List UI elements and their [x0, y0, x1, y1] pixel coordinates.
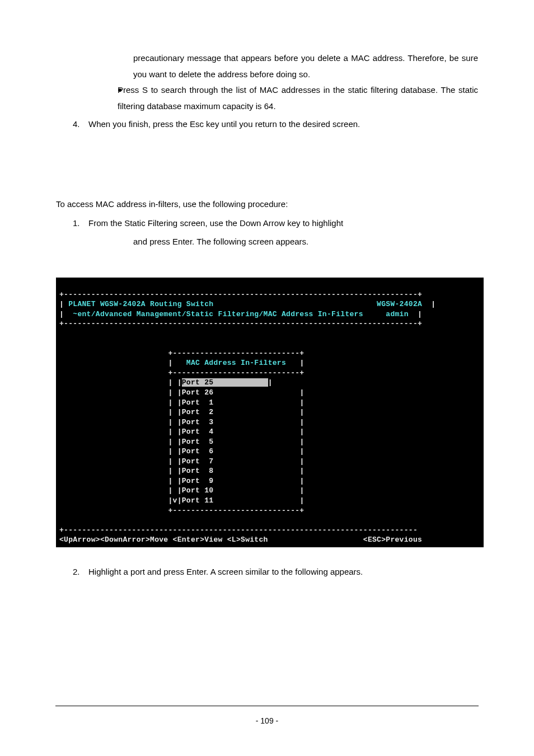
step-text: When you finish, press the Esc key until… — [88, 116, 478, 133]
terminal-box-title: MAC Address In-Filters — [186, 359, 286, 367]
bullet-icon: ● — [95, 82, 118, 114]
terminal-help-right: <ESC>Previous — [363, 536, 422, 544]
access-paragraph: To access MAC address in-filters, use th… — [56, 196, 478, 213]
terminal-row: Port 4 — [182, 428, 214, 436]
step-text: Highlight a port and press Enter. A scre… — [88, 564, 478, 580]
bullet-text: Press S to search through the list of MA… — [118, 82, 478, 114]
terminal-model: WGSW-2402A — [377, 300, 422, 308]
terminal-breadcrumb: ~ent/Advanced Management/Static Filterin… — [68, 310, 363, 318]
numbered-step-2: 2. Highlight a port and press Enter. A s… — [56, 564, 478, 580]
step-number: 4. — [73, 116, 88, 133]
paragraph-continue: precautionary message that appears befor… — [133, 50, 478, 82]
terminal-row: Port 5 — [182, 438, 214, 446]
terminal-row: Port 8 — [182, 467, 214, 475]
terminal-row: Port 9 — [182, 477, 214, 485]
page: precautionary message that appears befor… — [0, 0, 534, 756]
step-number: 1. — [73, 215, 88, 232]
terminal-screenshot: +---------------------------------------… — [56, 278, 484, 547]
terminal-row: Port 26 — [182, 388, 214, 397]
step-number: 2. — [73, 564, 88, 580]
terminal-row-selected: Port 25 — [182, 378, 214, 387]
numbered-step-1: 1. From the Static Filtering screen, use… — [56, 215, 478, 250]
terminal-row: Port 7 — [182, 457, 214, 466]
terminal-title: PLANET WGSW-2402A Routing Switch — [68, 300, 213, 308]
step-text: From the Static Filtering screen, use th… — [88, 215, 478, 232]
terminal-row: Port 1 — [182, 398, 214, 407]
terminal-row: Port 2 — [182, 408, 214, 416]
terminal-row: Port 11 — [182, 496, 214, 505]
terminal-row: Port 10 — [182, 486, 214, 495]
terminal-help-left: <UpArrow><DownArror>Move <Enter>View <L>… — [59, 536, 268, 544]
terminal-row: Port 6 — [182, 447, 214, 456]
terminal-user: admin — [386, 310, 409, 318]
terminal-row: Port 3 — [182, 418, 214, 426]
numbered-step-4: 4. When you finish, press the Esc key un… — [56, 116, 478, 133]
page-number: - 109 - — [256, 716, 278, 725]
footer: - 109 - — [0, 706, 534, 725]
footer-divider — [55, 706, 479, 706]
step-text-cont: and press Enter. The following screen ap… — [133, 237, 308, 246]
bullet-list: precautionary message that appears befor… — [56, 50, 478, 114]
